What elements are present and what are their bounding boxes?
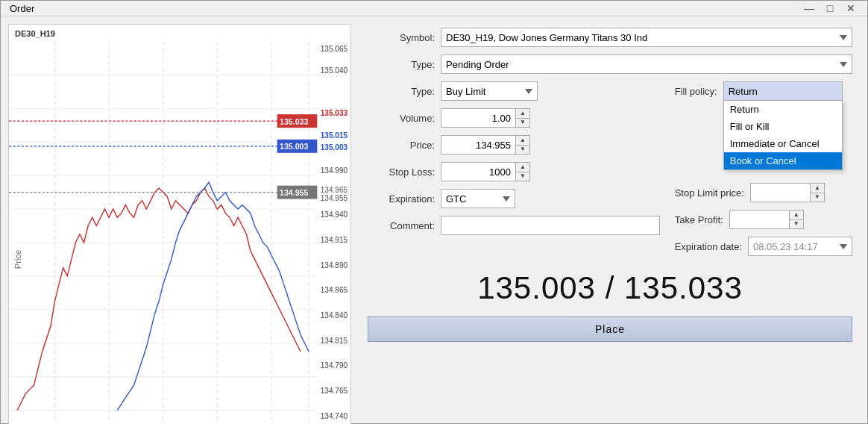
- buy-limit-row: Type: Buy Limit: [368, 81, 660, 102]
- symbol-row: Symbol: DE30_H19, Dow Jones Germany Tita…: [368, 27, 852, 48]
- svg-text:134.965: 134.965: [321, 186, 348, 194]
- volume-label: Volume:: [368, 113, 435, 124]
- svg-text:135.015: 135.015: [321, 131, 348, 140]
- price-label: Price:: [368, 140, 435, 151]
- expiration-label: Expiration:: [368, 193, 435, 205]
- fill-option-fill-or-kill[interactable]: Fill or Kill: [724, 118, 842, 135]
- stop-loss-up-button[interactable]: ▲: [516, 163, 529, 172]
- stop-loss-input-group: ▲ ▼: [441, 162, 530, 181]
- svg-text:Price: Price: [13, 250, 22, 269]
- take-profit-spin-buttons: ▲ ▼: [789, 210, 804, 229]
- symbol-label: Symbol:: [368, 32, 435, 43]
- stop-loss-down-button[interactable]: ▼: [516, 172, 529, 181]
- fill-option-book-or-cancel[interactable]: Book or Cancel: [724, 152, 842, 169]
- price-down-button[interactable]: ▼: [516, 146, 529, 155]
- window-controls: — □ ✕: [802, 1, 858, 16]
- fill-policy-select[interactable]: Return: [723, 81, 843, 101]
- svg-text:135.003: 135.003: [321, 143, 348, 152]
- fill-option-immediate-or-cancel[interactable]: Immediate or Cancel: [724, 135, 842, 152]
- svg-text:134.765: 134.765: [321, 387, 348, 395]
- svg-rect-0: [9, 25, 350, 424]
- take-profit-up-button[interactable]: ▲: [790, 211, 803, 220]
- svg-text:135.033: 135.033: [321, 109, 348, 117]
- svg-text:134.890: 134.890: [321, 261, 348, 269]
- expiration-date-dropdown: 08.05.23 14:17: [748, 237, 852, 256]
- title-bar: Order — □ ✕: [1, 1, 867, 16]
- volume-input[interactable]: [441, 108, 515, 128]
- volume-row: Volume: ▲ ▼: [368, 107, 660, 128]
- price-input-group: ▲ ▼: [441, 135, 530, 155]
- stop-limit-input-group: ▲ ▼: [750, 183, 825, 202]
- svg-text:135.065: 135.065: [321, 45, 348, 53]
- expiration-date-row: Expiration date: 08.05.23 14:17: [675, 236, 852, 257]
- price-row: Price: ▲ ▼: [368, 134, 660, 155]
- right-column: Fill policy: Return Return Fill or Kill …: [675, 81, 852, 257]
- price-input[interactable]: [441, 135, 515, 155]
- expiration-date-select[interactable]: 08.05.23 14:17: [748, 237, 852, 256]
- fill-policy-dropdown-menu: Return Fill or Kill Immediate or Cancel …: [723, 101, 843, 170]
- fill-policy-label: Fill policy:: [675, 86, 717, 97]
- type-label: Type:: [368, 59, 435, 70]
- comment-row: Comment:: [368, 215, 660, 236]
- fill-policy-dropdown-container: Return Return Fill or Kill Immediate or …: [723, 81, 843, 101]
- price-spin-buttons: ▲ ▼: [515, 135, 530, 155]
- svg-text:135.003: 135.003: [280, 142, 308, 151]
- svg-text:134.955: 134.955: [280, 188, 308, 197]
- svg-text:134.740: 134.740: [321, 412, 348, 420]
- take-profit-input[interactable]: [729, 210, 789, 229]
- volume-input-group: ▲ ▼: [441, 108, 530, 128]
- expiration-row: Expiration: GTC: [368, 188, 660, 209]
- symbol-select[interactable]: DE30_H19, Dow Jones Germany Titans 30 In…: [441, 28, 852, 47]
- take-profit-row: Take Profit: ▲ ▼: [675, 209, 852, 230]
- chart-panel: DE30_H19: [8, 24, 351, 424]
- stop-limit-down-button[interactable]: ▼: [811, 193, 824, 202]
- content-area: DE30_H19: [1, 16, 867, 424]
- take-profit-label: Take Profit:: [675, 214, 723, 225]
- price-chart: 135.033 135.003 134.955 135.065 135.040 …: [9, 25, 350, 424]
- fill-policy-row: Fill policy: Return Return Fill or Kill …: [675, 81, 852, 102]
- svg-text:134.955: 134.955: [321, 194, 348, 202]
- minimize-button[interactable]: —: [802, 1, 817, 16]
- maximize-button[interactable]: □: [823, 1, 837, 16]
- fill-option-return[interactable]: Return: [724, 101, 842, 118]
- mid-section: Type: Buy Limit Volume: ▲ ▼: [368, 81, 852, 257]
- close-button[interactable]: ✕: [843, 1, 858, 16]
- take-profit-down-button[interactable]: ▼: [790, 220, 803, 229]
- chart-symbol-label: DE30_H19: [15, 29, 55, 38]
- stop-limit-input[interactable]: [750, 183, 810, 202]
- type-select[interactable]: Pending Order: [441, 54, 852, 74]
- stop-loss-input[interactable]: [441, 162, 515, 181]
- type-dropdown-container: Pending Order: [441, 54, 852, 74]
- svg-text:135.040: 135.040: [321, 66, 348, 75]
- bid-price: 135.003: [477, 270, 596, 305]
- svg-text:134.840: 134.840: [321, 311, 348, 319]
- svg-text:134.990: 134.990: [321, 166, 348, 175]
- svg-text:134.865: 134.865: [321, 286, 348, 294]
- volume-up-button[interactable]: ▲: [516, 109, 529, 119]
- svg-text:134.790: 134.790: [321, 361, 348, 370]
- svg-text:134.940: 134.940: [321, 211, 348, 219]
- take-profit-input-group: ▲ ▼: [729, 210, 804, 229]
- stop-loss-row: Stop Loss: ▲ ▼: [368, 161, 660, 182]
- place-button[interactable]: Place: [368, 317, 852, 342]
- svg-text:134.915: 134.915: [321, 236, 348, 244]
- comment-input[interactable]: [441, 216, 660, 235]
- ask-price: 135.033: [624, 270, 743, 305]
- price-display: 135.003 / 135.033: [368, 263, 852, 311]
- stop-limit-spin-buttons: ▲ ▼: [810, 183, 825, 202]
- order-type-row: Type: Pending Order: [368, 54, 852, 75]
- price-up-button[interactable]: ▲: [516, 136, 529, 146]
- form-panel: Symbol: DE30_H19, Dow Jones Germany Tita…: [360, 24, 860, 424]
- stop-limit-up-button[interactable]: ▲: [811, 184, 824, 193]
- window-title: Order: [10, 3, 34, 14]
- svg-text:134.815: 134.815: [321, 337, 348, 345]
- expiration-select[interactable]: GTC: [441, 189, 515, 208]
- expiration-date-label: Expiration date:: [675, 241, 742, 252]
- volume-down-button[interactable]: ▼: [516, 119, 529, 128]
- stop-loss-label: Stop Loss:: [368, 166, 435, 178]
- price-separator: /: [606, 270, 624, 305]
- stop-limit-label: Stop Limit price:: [675, 187, 744, 199]
- svg-text:135.033: 135.033: [280, 117, 308, 126]
- volume-spin-buttons: ▲ ▼: [515, 108, 530, 128]
- buy-limit-select[interactable]: Buy Limit: [441, 81, 538, 101]
